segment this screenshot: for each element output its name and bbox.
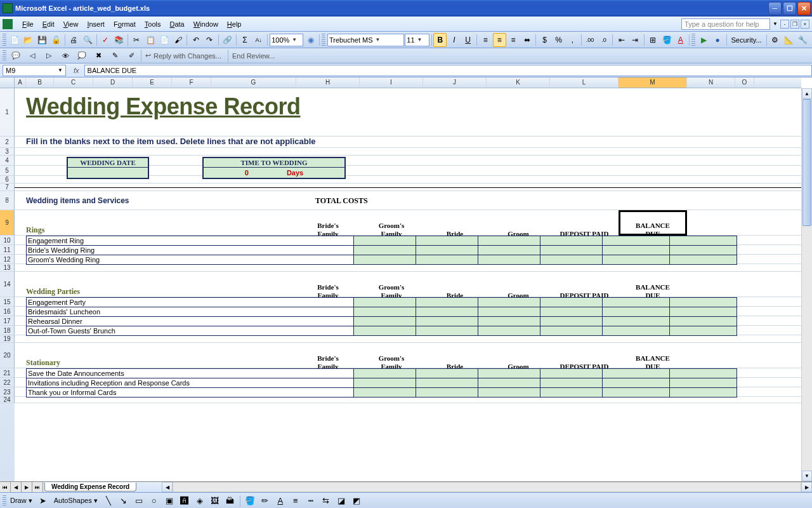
hscroll-right-icon[interactable]: ▶ [801, 482, 812, 492]
bold-button[interactable]: B [433, 33, 447, 47]
row-header-13[interactable]: 13 [0, 264, 15, 272]
underline-button[interactable]: U [461, 33, 475, 47]
macro-record-icon[interactable]: ● [711, 33, 724, 47]
row-header-18[interactable]: 18 [0, 326, 15, 335]
excel-doc-icon[interactable] [3, 19, 13, 29]
col-header-A[interactable]: A [15, 77, 26, 88]
row-header-5[interactable]: 5 [0, 166, 15, 176]
value-cell[interactable] [670, 317, 737, 326]
toolbar-grip[interactable] [3, 34, 6, 46]
value-cell[interactable] [670, 298, 737, 307]
value-cell[interactable] [603, 236, 670, 246]
row-header-16[interactable]: 16 [0, 307, 15, 316]
value-cell[interactable] [603, 307, 670, 317]
value-cell[interactable] [540, 255, 603, 265]
ink-icon[interactable]: ✎ [108, 49, 122, 63]
clipart-icon[interactable]: 🖼 [208, 494, 222, 508]
hyperlink-icon[interactable]: 🔗 [221, 33, 234, 47]
3d-icon[interactable]: ◩ [350, 494, 363, 508]
currency-icon[interactable]: $ [538, 33, 551, 47]
autoshapes-menu[interactable]: AutoShapes ▾ [51, 497, 100, 505]
col-header-M[interactable]: M [619, 77, 687, 88]
item-cell[interactable]: Rehearsal Dinner [27, 317, 354, 326]
value-cell[interactable] [540, 378, 603, 388]
tab-prev-icon[interactable]: ◀ [11, 482, 22, 492]
col-header-K[interactable]: K [487, 77, 550, 88]
value-cell[interactable] [478, 307, 540, 317]
value-cell[interactable] [416, 307, 478, 317]
col-header-D[interactable]: D [93, 77, 133, 88]
menu-format[interactable]: Format [109, 19, 140, 29]
value-cell[interactable] [354, 236, 416, 246]
zoom-combo[interactable]: 100%▼ [270, 34, 303, 46]
value-cell[interactable] [670, 388, 737, 398]
value-cell[interactable] [416, 255, 478, 265]
picture-icon[interactable]: 🏔 [223, 494, 237, 508]
row-header-17[interactable]: 17 [0, 316, 15, 326]
item-cell[interactable]: Invitations including Reception and Resp… [27, 378, 354, 388]
row-header-19[interactable]: 19 [0, 335, 15, 343]
value-cell[interactable] [603, 388, 670, 398]
hscroll-left-icon[interactable]: ◀ [162, 482, 173, 492]
fx-icon[interactable]: fx [69, 67, 84, 74]
value-cell[interactable] [670, 255, 737, 265]
row-header-10[interactable]: 10 [0, 236, 15, 245]
help-search-input[interactable] [681, 18, 770, 30]
scroll-down-icon[interactable]: ▼ [802, 471, 812, 481]
value-cell[interactable] [540, 298, 603, 307]
dash-style-icon[interactable]: ┅ [304, 494, 318, 508]
paste-icon[interactable]: 📄 [158, 33, 171, 47]
font-color-draw-icon[interactable]: A [273, 494, 287, 508]
font-color-icon[interactable]: A [674, 33, 687, 47]
value-cell[interactable] [478, 326, 540, 336]
value-cell[interactable] [416, 236, 478, 246]
save-icon[interactable]: 💾 [36, 33, 49, 47]
borders-icon[interactable]: ⊞ [646, 33, 660, 47]
row-header-12[interactable]: 12 [0, 255, 15, 264]
item-cell[interactable]: Bride's Wedding Ring [27, 246, 354, 255]
row-header-15[interactable]: 15 [0, 297, 15, 307]
prev-comment-icon[interactable]: ◁ [25, 49, 39, 63]
print-icon[interactable]: 🖨 [67, 33, 81, 47]
font-combo[interactable]: Trebuchet MS▼ [327, 34, 404, 46]
print-preview-icon[interactable]: 🔍 [81, 33, 95, 47]
undo-icon[interactable]: ↶ [189, 33, 202, 47]
value-cell[interactable] [540, 369, 603, 378]
row-header-9[interactable]: 9 [0, 210, 15, 236]
col-header-J[interactable]: J [423, 77, 487, 88]
value-cell[interactable] [670, 307, 737, 317]
value-cell[interactable] [603, 378, 670, 388]
help-icon[interactable]: ◉ [304, 33, 317, 47]
doc-close-button[interactable]: × [801, 20, 809, 29]
value-cell[interactable] [416, 388, 478, 398]
value-cell[interactable] [540, 307, 603, 317]
value-cell[interactable] [478, 236, 540, 246]
menu-window[interactable]: Window [189, 19, 223, 29]
maximize-button[interactable]: ☐ [783, 2, 796, 15]
rectangle-icon[interactable]: ▭ [132, 494, 146, 508]
value-cell[interactable] [540, 246, 603, 255]
col-header-B[interactable]: B [26, 77, 54, 88]
row-header-24[interactable]: 24 [0, 397, 15, 403]
vertical-scrollbar[interactable]: ▲ ▼ [801, 88, 812, 481]
menu-view[interactable]: View [59, 19, 83, 29]
row-header-6[interactable]: 6 [0, 176, 15, 184]
row-header-1[interactable]: 1 [0, 88, 15, 137]
value-cell[interactable] [416, 246, 478, 255]
value-cell[interactable] [416, 298, 478, 307]
cut-icon[interactable]: ✂ [130, 33, 143, 47]
spelling-icon[interactable]: ✓ [98, 33, 112, 47]
oval-icon[interactable]: ○ [147, 494, 161, 508]
toolbar-grip-5[interactable] [3, 495, 6, 507]
delete-comment-icon[interactable]: ✖ [91, 49, 105, 63]
col-header-F[interactable]: F [172, 77, 211, 88]
row-header-14[interactable]: 14 [0, 272, 15, 297]
value-cell[interactable] [540, 317, 603, 326]
draw-menu[interactable]: Draw ▾ [8, 497, 35, 505]
row-header-2[interactable]: 2 [0, 137, 15, 148]
toolbar-grip-2[interactable] [322, 34, 325, 46]
select-all-corner[interactable] [0, 77, 15, 88]
doc-restore-button[interactable]: ❐ [790, 20, 799, 29]
item-cell[interactable]: Bridesmaids' Luncheon [27, 307, 354, 317]
col-header-N[interactable]: N [687, 77, 735, 88]
